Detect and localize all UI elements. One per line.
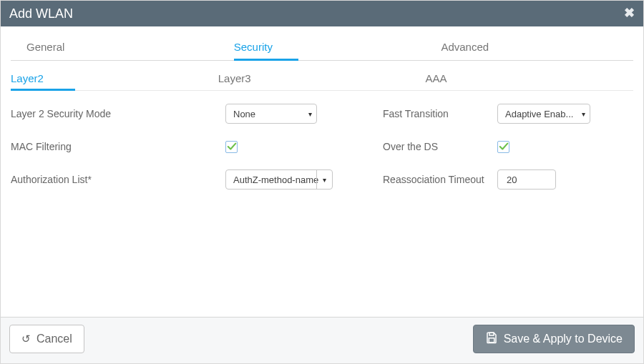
l2-security-mode-label: Layer 2 Security Mode — [11, 108, 132, 119]
l2-security-mode-select[interactable]: None ▾ — [225, 104, 317, 124]
tab-security[interactable]: Security — [218, 32, 426, 60]
reassoc-timeout-label: Reassociation Timeout — [383, 174, 497, 185]
cancel-button[interactable]: ↺ Cancel — [9, 325, 84, 353]
row-l2-security-mode: Layer 2 Security Mode None ▾ — [11, 104, 333, 124]
save-apply-button[interactable]: Save & Apply to Device — [473, 325, 635, 353]
check-icon — [499, 142, 509, 152]
authz-list-value: AuthZ-method-name — [233, 174, 318, 185]
svg-rect-0 — [489, 333, 494, 335]
tab-security-label: Security — [234, 41, 273, 53]
fast-transition-label: Fast Transition — [383, 108, 497, 119]
fast-transition-value: Adaptive Enab... — [505, 109, 573, 119]
tab-advanced[interactable]: Advanced — [425, 32, 633, 60]
chevron-down-icon: ▾ — [582, 110, 585, 118]
subtab-layer3[interactable]: Layer3 — [218, 65, 426, 90]
cancel-button-label: Cancel — [36, 333, 72, 345]
row-reassoc-timeout: Reassociation Timeout — [383, 169, 644, 190]
chevron-down-icon: ▾ — [316, 170, 332, 189]
save-apply-button-label: Save & Apply to Device — [504, 333, 623, 345]
mac-filtering-checkbox[interactable] — [225, 141, 238, 153]
row-over-the-ds: Over the DS — [383, 137, 644, 157]
row-authz-list: Authorization List* AuthZ-method-name ▾ — [11, 169, 333, 190]
over-the-ds-checkbox[interactable] — [497, 141, 509, 153]
row-fast-transition: Fast Transition Adaptive Enab... ▾ — [383, 104, 644, 124]
tab-general-label: General — [26, 41, 64, 53]
mac-filtering-label: MAC Filtering — [11, 141, 132, 152]
form-col-left: Layer 2 Security Mode None ▾ MAC Filteri… — [11, 104, 333, 317]
content: General Security Advanced Layer2 Layer3 … — [1, 26, 643, 317]
reassoc-timeout-input[interactable] — [497, 169, 556, 190]
fast-transition-select[interactable]: Adaptive Enab... ▾ — [497, 104, 590, 124]
subtab-aaa[interactable]: AAA — [425, 65, 633, 90]
subtab-layer3-label: Layer3 — [218, 72, 251, 84]
footer: ↺ Cancel Save & Apply to Device — [1, 317, 643, 363]
undo-icon: ↺ — [21, 333, 31, 345]
tab-general[interactable]: General — [11, 32, 218, 60]
close-icon[interactable]: ✖ — [624, 5, 635, 21]
subtab-layer2[interactable]: Layer2 — [11, 65, 218, 90]
chevron-down-icon: ▾ — [308, 110, 312, 118]
authz-list-select[interactable]: AuthZ-method-name ▾ — [225, 169, 333, 190]
l2-security-mode-value: None — [233, 109, 255, 119]
subtab-aaa-label: AAA — [425, 72, 447, 84]
over-the-ds-label: Over the DS — [383, 141, 497, 152]
check-icon — [227, 142, 237, 152]
window-title: Add WLAN — [9, 6, 73, 21]
row-mac-filtering: MAC Filtering — [11, 137, 333, 157]
authz-list-label: Authorization List* — [11, 174, 132, 185]
subtab-layer2-label: Layer2 — [11, 72, 44, 84]
save-icon — [485, 331, 498, 347]
svg-rect-1 — [489, 338, 494, 343]
form-col-right: Fast Transition Adaptive Enab... ▾ Over … — [333, 104, 644, 317]
tabs-main: General Security Advanced — [11, 32, 633, 61]
tab-advanced-label: Advanced — [441, 41, 489, 53]
titlebar: Add WLAN ✖ — [1, 1, 643, 26]
tabs-sub: Layer2 Layer3 AAA — [11, 65, 633, 91]
form-body: Layer 2 Security Mode None ▾ MAC Filteri… — [11, 104, 633, 317]
